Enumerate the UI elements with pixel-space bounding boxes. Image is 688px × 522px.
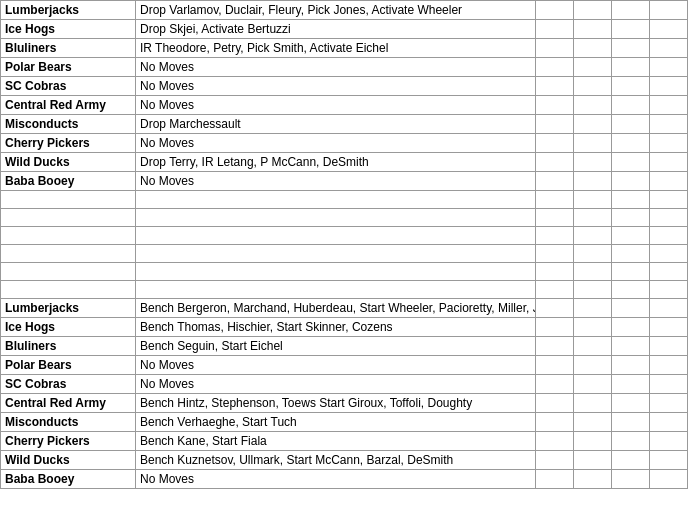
- extra-col: [536, 470, 574, 489]
- team-name: Baba Booey: [1, 172, 136, 191]
- spacer-cell: [1, 245, 136, 263]
- extra-col: [574, 58, 612, 77]
- team-name: Ice Hogs: [1, 20, 136, 39]
- spacer-row: [1, 227, 689, 245]
- spacer-cell: [136, 209, 536, 227]
- extra-col: [612, 77, 650, 96]
- extra-col: [536, 432, 574, 451]
- extra-col: [650, 96, 688, 115]
- team-action: Drop Varlamov, Duclair, Fleury, Pick Jon…: [136, 1, 536, 20]
- spacer-row: [1, 281, 689, 299]
- extra-col: [650, 153, 688, 172]
- team-action: No Moves: [136, 96, 536, 115]
- team-name: Polar Bears: [1, 356, 136, 375]
- team-action: No Moves: [136, 58, 536, 77]
- team-action: IR Theodore, Petry, Pick Smith, Activate…: [136, 39, 536, 58]
- table-row: Wild DucksBench Kuznetsov, Ullmark, Star…: [1, 451, 689, 470]
- spacer-cell: [612, 209, 650, 227]
- extra-col: [574, 299, 612, 318]
- table-row: BlulinersIR Theodore, Petry, Pick Smith,…: [1, 39, 689, 58]
- extra-col: [536, 20, 574, 39]
- spacer-cell: [612, 263, 650, 281]
- spacer-cell: [536, 191, 574, 209]
- spacer-cell: [650, 281, 688, 299]
- spacer-cell: [136, 191, 536, 209]
- spacer-cell: [536, 245, 574, 263]
- spacer-row: [1, 263, 689, 281]
- team-name: Misconducts: [1, 413, 136, 432]
- extra-col: [650, 172, 688, 191]
- extra-col: [612, 356, 650, 375]
- team-action: Bench Verhaeghe, Start Tuch: [136, 413, 536, 432]
- extra-col: [574, 172, 612, 191]
- spacer-cell: [574, 209, 612, 227]
- extra-col: [574, 356, 612, 375]
- spacer-cell: [574, 227, 612, 245]
- extra-col: [536, 172, 574, 191]
- team-action: No Moves: [136, 77, 536, 96]
- spacer-cell: [136, 227, 536, 245]
- table-row: MisconductsBench Verhaeghe, Start Tuch: [1, 413, 689, 432]
- extra-col: [650, 318, 688, 337]
- table-row: SC CobrasNo Moves: [1, 77, 689, 96]
- team-action: Drop Skjei, Activate Bertuzzi: [136, 20, 536, 39]
- extra-col: [574, 432, 612, 451]
- table-row: Wild DucksDrop Terry, IR Letang, P McCan…: [1, 153, 689, 172]
- extra-col: [612, 394, 650, 413]
- extra-col: [650, 470, 688, 489]
- team-action: Bench Bergeron, Marchand, Huberdeau, Sta…: [136, 299, 536, 318]
- extra-col: [536, 394, 574, 413]
- extra-col: [536, 115, 574, 134]
- extra-col: [574, 394, 612, 413]
- spacer-cell: [650, 191, 688, 209]
- transactions-table: LumberjacksDrop Varlamov, Duclair, Fleur…: [0, 0, 688, 489]
- team-action: Bench Thomas, Hischier, Start Skinner, C…: [136, 318, 536, 337]
- extra-col: [612, 1, 650, 20]
- extra-col: [612, 470, 650, 489]
- table-row: Polar BearsNo Moves: [1, 356, 689, 375]
- spacer-cell: [650, 209, 688, 227]
- team-action: Bench Seguin, Start Eichel: [136, 337, 536, 356]
- table-row: Central Red ArmyNo Moves: [1, 96, 689, 115]
- extra-col: [536, 299, 574, 318]
- extra-col: [536, 58, 574, 77]
- team-name: Misconducts: [1, 115, 136, 134]
- spacer-row: [1, 191, 689, 209]
- team-action: Bench Kane, Start Fiala: [136, 432, 536, 451]
- extra-col: [574, 470, 612, 489]
- spacer-cell: [574, 263, 612, 281]
- spacer-cell: [536, 209, 574, 227]
- extra-col: [650, 58, 688, 77]
- spacer-cell: [574, 191, 612, 209]
- extra-col: [612, 115, 650, 134]
- spacer-cell: [650, 245, 688, 263]
- team-name: Lumberjacks: [1, 1, 136, 20]
- extra-col: [574, 375, 612, 394]
- extra-col: [650, 134, 688, 153]
- extra-col: [536, 153, 574, 172]
- team-name: Central Red Army: [1, 394, 136, 413]
- table-row: Ice HogsDrop Skjei, Activate Bertuzzi: [1, 20, 689, 39]
- extra-col: [536, 375, 574, 394]
- extra-col: [612, 58, 650, 77]
- spacer-cell: [650, 263, 688, 281]
- spacer-cell: [536, 263, 574, 281]
- extra-col: [574, 413, 612, 432]
- table-row: LumberjacksDrop Varlamov, Duclair, Fleur…: [1, 1, 689, 20]
- team-name: Bluliners: [1, 39, 136, 58]
- extra-col: [650, 115, 688, 134]
- team-action: Bench Hintz, Stephenson, Toews Start Gir…: [136, 394, 536, 413]
- extra-col: [650, 432, 688, 451]
- spacer-cell: [136, 281, 536, 299]
- extra-col: [612, 153, 650, 172]
- extra-col: [536, 337, 574, 356]
- extra-col: [536, 134, 574, 153]
- extra-col: [536, 96, 574, 115]
- team-name: Wild Ducks: [1, 153, 136, 172]
- spacer-cell: [1, 209, 136, 227]
- extra-col: [612, 318, 650, 337]
- extra-col: [574, 39, 612, 58]
- extra-col: [650, 413, 688, 432]
- extra-col: [574, 134, 612, 153]
- extra-col: [612, 96, 650, 115]
